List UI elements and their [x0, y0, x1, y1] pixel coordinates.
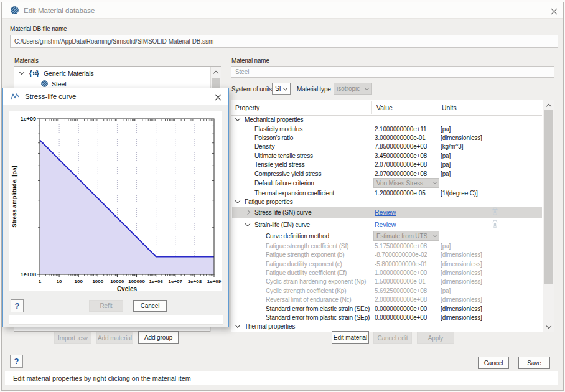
property-row[interactable]: Reversal limit of endurance (Nc)2.000000… [232, 295, 542, 304]
property-value: 7.8500000000e+03 [375, 143, 427, 150]
property-row[interactable]: Thermal expansion coefficient1.200000000… [232, 189, 542, 197]
property-row[interactable]: Default failure criterionVon Mises Stres… [232, 178, 542, 189]
chevron-down-icon[interactable] [235, 323, 240, 328]
stress-life-chart: 1101001000100001000001e+061e+071e+081e+0… [9, 111, 222, 291]
header-units[interactable]: Units [442, 100, 457, 115]
table-scrollbar[interactable] [543, 100, 554, 332]
property-row[interactable]: Fatigue ductility exponent (c)-5.8000000… [232, 259, 542, 268]
cancel-edit-button[interactable]: Cancel edit [373, 332, 412, 344]
chevron-right-icon[interactable] [245, 210, 250, 215]
header-property[interactable]: Property [235, 100, 259, 115]
property-row[interactable]: Fatigue strength exponent (b)-8.70000000… [232, 250, 542, 259]
material-type-label: Material type [297, 86, 331, 93]
edit-material-button[interactable]: Edit material [332, 331, 369, 344]
material-name-label: Material name [231, 57, 269, 64]
property-value: 2.0000000000e+08 [375, 296, 427, 303]
property-row[interactable]: Density7.8500000000e+03[kg/m^3] [232, 142, 542, 151]
curve-close-icon[interactable] [213, 93, 222, 101]
property-row[interactable]: Strain-life (EN) curveReview [232, 218, 542, 231]
import-csv-button[interactable]: Import .csv [54, 332, 91, 344]
property-row[interactable]: Fatigue strength coefficient (Sf)5.17500… [232, 241, 542, 250]
table-scroll-thumb[interactable] [544, 110, 553, 284]
property-value: 3.0000000000e-01 [375, 134, 426, 141]
property-row[interactable]: Stress-life (SN) curveReview [232, 207, 542, 219]
property-label: Density [254, 143, 274, 150]
tree-item-generic-materials[interactable]: {}Generic Materials [15, 68, 210, 78]
chevron-down-icon[interactable] [235, 198, 240, 203]
table-scroll-up-icon[interactable] [543, 100, 554, 110]
close-icon[interactable] [549, 6, 559, 16]
svg-text:}: } [36, 69, 39, 77]
property-value: 1.2000000000e-05 [375, 189, 426, 196]
property-row[interactable]: Cyclic strength coefficient (Kp)5.692500… [232, 286, 542, 295]
property-row[interactable]: Fatigue properties [232, 197, 542, 206]
material-sphere-icon [41, 80, 48, 87]
property-row[interactable]: Standard error from plastic strain (SEp)… [232, 313, 542, 322]
chevron-down-icon[interactable] [245, 221, 250, 226]
apply-button[interactable]: Apply [417, 332, 454, 344]
property-row[interactable]: Ultimate tensile stress3.4500000000e+08[… [232, 151, 542, 160]
property-value: -5.8000000000e-01 [375, 260, 427, 267]
property-row[interactable]: Curve definition methodEstimate from UTS [232, 231, 542, 241]
svg-text:1e+07: 1e+07 [169, 279, 183, 284]
property-table-header: Property Value Units [231, 100, 542, 115]
property-value: 5.1750000000e+08 [375, 242, 427, 249]
materials-group-icon: {} [29, 69, 40, 77]
chevron-down-icon[interactable] [19, 70, 24, 75]
curve-cancel-button[interactable]: Cancel [133, 300, 167, 312]
svg-text:1e+08: 1e+08 [21, 271, 36, 278]
units-select[interactable]: SI [272, 83, 291, 95]
property-row[interactable]: Standard error from elastic strain (SEe)… [232, 304, 542, 312]
property-units: [dimensionless] [441, 269, 482, 276]
property-label: Fatigue properties [245, 198, 293, 205]
svg-text:1000: 1000 [92, 279, 103, 284]
property-label: Mechanical properties [245, 116, 303, 123]
db-file-path-field[interactable]: C:/Users/girishm/AppData/Roaming/Simsoli… [10, 35, 558, 48]
property-row[interactable]: Thermal properties [232, 322, 542, 330]
tree-scroll-up-icon[interactable] [211, 67, 221, 77]
property-row[interactable]: Cyclic strain hardening exponent (Np)1.5… [232, 277, 542, 286]
svg-text:10: 10 [57, 279, 62, 284]
add-material-button[interactable]: Add material [96, 332, 133, 344]
materials-label: Materials [14, 57, 39, 64]
property-value: 2.0700000000e+08 [375, 161, 427, 168]
save-button[interactable]: Save [518, 357, 550, 369]
trash-icon[interactable] [492, 219, 498, 230]
property-label: Fatigue strength coefficient (Sf) [266, 242, 348, 249]
add-group-button[interactable]: Add group [138, 331, 179, 344]
property-label: Compressive yield stress [254, 170, 321, 177]
review-link[interactable]: Review [375, 208, 396, 216]
property-label: Elasticity modulus [254, 125, 302, 132]
help-button[interactable]: ? [10, 355, 23, 368]
property-table: Property Value Units Mechanical properti… [231, 100, 554, 332]
header-value[interactable]: Value [376, 100, 393, 115]
property-row[interactable]: Fatigue ductility coefficient (Ef)1.0000… [232, 268, 542, 277]
chevron-down-icon[interactable] [235, 116, 240, 121]
property-units: [pa] [441, 125, 451, 132]
refit-button[interactable]: Refit [89, 300, 123, 312]
property-label: Strain-life (EN) curve [254, 221, 310, 228]
cancel-button[interactable]: Cancel [478, 357, 509, 369]
svg-text:1: 1 [39, 279, 42, 284]
stress-life-curve-dialog: Stress-life curve 1101001000100001000001… [2, 88, 229, 327]
trash-icon[interactable] [492, 207, 498, 218]
review-link[interactable]: Review [375, 221, 396, 228]
curve-help-button[interactable]: ? [11, 299, 24, 312]
property-units: [dimensionless] [441, 260, 482, 267]
property-label: Fatigue ductility coefficient (Ef) [266, 269, 347, 276]
window-title: Edit Material database [24, 7, 95, 14]
table-scroll-down-icon[interactable] [543, 322, 554, 332]
units-value: SI [275, 85, 281, 92]
property-row[interactable]: Mechanical properties [232, 115, 542, 124]
property-label: Fatigue ductility exponent (c) [266, 260, 342, 267]
property-label: Tensile yield stress [254, 161, 305, 168]
material-name-field[interactable]: Steel [231, 66, 554, 78]
property-row[interactable]: Elasticity modulus2.1000000000e+11[pa] [232, 124, 542, 133]
property-units: [dimensionless] [441, 314, 482, 320]
svg-text:1e+08: 1e+08 [188, 279, 202, 284]
property-units: [kg/m^3] [441, 143, 463, 150]
property-row[interactable]: Poisson's ratio3.0000000000e-01[dimensio… [232, 133, 542, 142]
chevron-down-icon [433, 181, 437, 185]
property-row[interactable]: Tensile yield stress2.0700000000e+08[pa] [232, 160, 542, 169]
property-row[interactable]: Compressive yield stress2.0700000000e+08… [232, 169, 542, 177]
